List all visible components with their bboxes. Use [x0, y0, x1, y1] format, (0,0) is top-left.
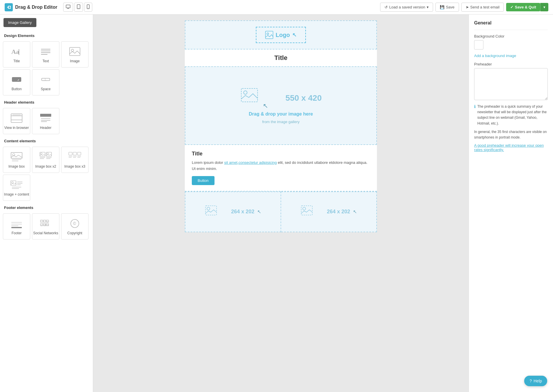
col1-image-drop[interactable]: 264 x 202 ↖	[185, 191, 281, 232]
image-box-icon	[10, 151, 24, 163]
image-box-x2-label: Image box x2	[35, 164, 56, 168]
preheader-textarea[interactable]	[474, 68, 548, 100]
desktop-btn[interactable]	[63, 3, 73, 12]
svg-point-30	[40, 153, 42, 155]
copyright-icon: ©	[68, 218, 82, 229]
col2-content: 264 x 202 ↖	[301, 205, 357, 218]
image-box-x2-card[interactable]: Image box x2	[32, 147, 59, 173]
title-icon: Aa	[10, 46, 24, 57]
svg-rect-77	[301, 206, 312, 215]
test-email-btn[interactable]: ➤ Send a test email	[461, 3, 504, 12]
content-text-before: Lorem ipsum dolor	[192, 160, 224, 165]
space-element-card[interactable]: _|_ Space	[32, 69, 59, 95]
content-block-title: Title	[192, 151, 370, 157]
header-element-card[interactable]: Header	[32, 108, 59, 134]
canvas-image-drop[interactable]: ↖ 550 x 420 Drag & drop your image here …	[185, 66, 377, 145]
button-element-card[interactable]: Button	[3, 69, 30, 95]
image-box-x3-label: Image box x3	[64, 164, 85, 168]
svg-text:f: f	[41, 220, 42, 222]
col1-size-label: 264 x 202	[231, 209, 254, 215]
content-link[interactable]: sit amet,consectetur adipisicing	[224, 160, 277, 165]
image-box-x2-icon	[39, 151, 53, 163]
image-gallery-btn[interactable]: Image Gallery	[3, 18, 36, 27]
load-icon: ↺	[384, 5, 388, 9]
svg-rect-13	[12, 77, 21, 82]
header-elements-grid: View in browser Header	[0, 106, 93, 136]
text-element-card[interactable]: Text	[32, 41, 59, 68]
view-in-browser-icon	[10, 112, 24, 124]
svg-text:t: t	[44, 220, 45, 222]
load-saved-btn[interactable]: ↺ Load a saved version ▾	[380, 3, 433, 12]
logo-text: Logo	[276, 32, 290, 38]
image-box-card[interactable]: Image box	[3, 147, 30, 173]
tablet-btn[interactable]	[74, 3, 83, 12]
svg-rect-56	[11, 227, 22, 228]
col1-content: 264 x 202 ↖	[205, 205, 261, 218]
drop-zone-content: ↖ 550 x 420	[240, 87, 322, 109]
svg-rect-21	[40, 114, 51, 117]
social-networks-icon: f t g y @ in	[39, 218, 53, 229]
content-action-btn[interactable]: Button	[192, 176, 215, 185]
drop-main-label: Drag & drop your image here	[249, 111, 313, 117]
canvas-logo-block[interactable]: Logo ↖	[185, 20, 377, 49]
topbar: Drag & Drop Editor ↺ Load a saved versio…	[0, 0, 553, 15]
cursor-indicator: ↖	[292, 32, 297, 38]
bg-color-label: Background Color	[474, 34, 548, 38]
svg-point-2	[78, 8, 79, 8]
image-element-label: Image	[70, 59, 79, 63]
info-icon: ℹ	[474, 104, 476, 109]
footer-elements-title: Footer elements	[0, 203, 93, 212]
svg-text:Aa: Aa	[11, 48, 19, 55]
header-elements-title: Header elements	[0, 97, 93, 106]
canvas-area: Logo ↖ Title ↖	[93, 15, 469, 392]
add-bg-image-btn[interactable]: Add a background image	[474, 54, 516, 58]
copyright-element-card[interactable]: © Copyright	[61, 213, 88, 240]
preheader-label: Preheader	[474, 62, 548, 66]
svg-point-76	[207, 207, 210, 210]
logo-placeholder: Logo ↖	[256, 27, 306, 43]
copyright-label: Copyright	[67, 231, 82, 235]
svg-point-78	[303, 207, 306, 210]
topbar-actions: ↺ Load a saved version ▾ 💾 Save ➤ Send a…	[380, 3, 548, 12]
header-icon	[39, 112, 53, 124]
svg-text:in: in	[47, 224, 49, 226]
svg-point-4	[88, 8, 88, 8]
social-networks-card[interactable]: f t g y @ in Social Networks	[32, 213, 59, 240]
bg-color-swatch[interactable]	[474, 40, 483, 49]
canvas-content-block: Title Lorem ipsum dolor sit amet,consect…	[185, 145, 377, 191]
footer-element-card[interactable]: Footer	[3, 213, 30, 240]
col2-size-label: 264 x 202	[327, 209, 350, 215]
image-content-icon	[10, 179, 24, 191]
svg-rect-38	[73, 152, 77, 155]
mobile-btn[interactable]	[84, 3, 92, 12]
general-divider	[474, 30, 548, 30]
svg-text:g: g	[47, 220, 48, 223]
save-btn[interactable]: 💾 Save	[435, 3, 459, 12]
image-content-label: Image + content	[4, 192, 29, 196]
save-quit-dropdown-btn[interactable]: ▾	[540, 3, 548, 11]
save-quit-btn[interactable]: ✓ Save & Quit	[506, 3, 540, 11]
help-btn[interactable]: ? Help	[524, 376, 547, 386]
header-element-label: Header	[40, 126, 51, 130]
image-content-card[interactable]: Image + content	[3, 175, 30, 201]
svg-rect-0	[66, 5, 70, 8]
space-element-label: Space	[41, 87, 51, 91]
view-in-browser-card[interactable]: View in browser	[3, 108, 30, 134]
preheader-info3-link[interactable]: A good preheader will increase your open…	[474, 143, 544, 152]
svg-rect-37	[69, 152, 72, 155]
title-element-card[interactable]: Aa Title	[3, 41, 30, 68]
text-element-label: Text	[42, 59, 49, 63]
col2-image-icon	[301, 205, 315, 218]
col1-cursor-icon: ↖	[257, 209, 261, 214]
col2-image-drop[interactable]: 264 x 202 ↖	[281, 191, 377, 232]
canvas-email-title[interactable]: Title	[185, 49, 377, 66]
text-icon	[39, 46, 53, 57]
dropdown-arrow-icon: ▾	[427, 5, 429, 9]
title-element-label: Title	[13, 59, 20, 63]
design-elements-grid: Aa Title Text Image	[0, 40, 93, 97]
sidebar-left: Image Gallery Design Elements Aa Title T…	[0, 15, 93, 392]
save-icon: 💾	[440, 5, 444, 9]
logo-icon	[5, 3, 13, 11]
image-element-card[interactable]: Image	[61, 41, 88, 68]
image-box-x3-card[interactable]: Image box x3	[61, 147, 88, 173]
